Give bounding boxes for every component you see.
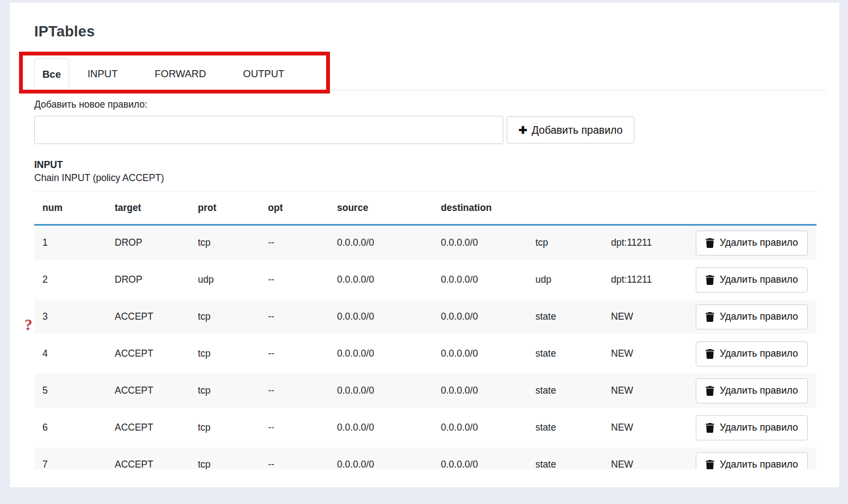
table-row: 1 DROP tcp -- 0.0.0.0/0 0.0.0.0/0 tcp dp… xyxy=(34,226,816,260)
table-row: 2 DROP udp -- 0.0.0.0/0 0.0.0.0/0 udp dp… xyxy=(34,263,816,297)
tab-forward[interactable]: FORWARD xyxy=(139,58,221,90)
cell-destination: 0.0.0.0/0 xyxy=(441,237,535,248)
cell-target: ACCEPT xyxy=(115,348,198,359)
cell-extra1: state xyxy=(535,348,611,359)
trash-icon xyxy=(706,238,714,248)
tab-bar: Все INPUT FORWARD OUTPUT xyxy=(34,58,826,90)
cell-num: 4 xyxy=(42,348,115,359)
cell-target: ACCEPT xyxy=(115,422,198,433)
table-header-row: num target prot opt source destination xyxy=(34,191,816,226)
trash-icon xyxy=(706,312,714,322)
delete-rule-button[interactable]: Удалить правило xyxy=(696,452,808,470)
trash-icon xyxy=(706,423,714,433)
page-title: IPTables xyxy=(34,3,826,40)
tab-forward-label: FORWARD xyxy=(154,68,206,80)
cell-actions: Удалить правило xyxy=(696,231,816,256)
delete-rule-button[interactable]: Удалить правило xyxy=(696,341,808,366)
header-target: target xyxy=(115,202,198,214)
chain-section-title: INPUT xyxy=(34,160,826,170)
delete-rule-button[interactable]: Удалить правило xyxy=(696,304,808,329)
tab-all[interactable]: Все xyxy=(34,58,69,90)
table-row: 5 ACCEPT tcp -- 0.0.0.0/0 0.0.0.0/0 stat… xyxy=(34,374,816,408)
table-row: 7 ACCEPT tcp -- 0.0.0.0/0 0.0.0.0/0 stat… xyxy=(34,447,816,469)
cell-destination: 0.0.0.0/0 xyxy=(441,274,535,285)
trash-icon xyxy=(706,349,714,359)
header-source: source xyxy=(337,202,441,214)
cell-extra2: dpt:11211 xyxy=(611,237,696,248)
cell-opt: -- xyxy=(268,274,337,285)
cell-prot: tcp xyxy=(198,459,268,469)
delete-rule-label: Удалить правило xyxy=(720,274,798,285)
cell-extra2: NEW xyxy=(611,422,696,433)
cell-opt: -- xyxy=(268,348,337,359)
add-rule-button-label: Добавить правило xyxy=(532,124,623,136)
rules-table: num target prot opt source destination 1… xyxy=(34,191,816,469)
cell-actions: Удалить правило xyxy=(696,341,816,366)
cell-extra2: NEW xyxy=(611,348,696,359)
cell-prot: tcp xyxy=(198,311,268,322)
cell-opt: -- xyxy=(268,385,337,396)
cell-num: 2 xyxy=(42,274,115,285)
cell-extra1: tcp xyxy=(535,237,611,248)
delete-rule-label: Удалить правило xyxy=(720,311,798,322)
add-rule-label: Добавить новое правило: xyxy=(34,99,826,110)
tab-output[interactable]: OUTPUT xyxy=(228,58,300,90)
header-prot: prot xyxy=(198,202,268,214)
cell-extra1: udp xyxy=(535,274,611,285)
cell-opt: -- xyxy=(268,459,337,469)
tab-output-label: OUTPUT xyxy=(243,68,284,80)
cell-source: 0.0.0.0/0 xyxy=(337,311,441,322)
cell-num: 5 xyxy=(42,385,115,396)
cell-extra2: NEW xyxy=(611,311,696,322)
cell-prot: udp xyxy=(198,274,268,285)
delete-rule-label: Удалить правило xyxy=(720,459,798,469)
delete-rule-label: Удалить правило xyxy=(720,422,798,433)
cell-source: 0.0.0.0/0 xyxy=(337,348,441,359)
delete-rule-button[interactable]: Удалить правило xyxy=(696,415,808,440)
header-num: num xyxy=(42,202,115,214)
table-body: 1 DROP tcp -- 0.0.0.0/0 0.0.0.0/0 tcp dp… xyxy=(34,226,816,469)
cell-extra1: state xyxy=(535,311,611,322)
cell-num: 3 xyxy=(42,311,115,322)
cell-extra2: dpt:11211 xyxy=(611,274,696,285)
new-rule-input[interactable] xyxy=(34,116,503,144)
cell-actions: Удалить правило xyxy=(696,452,816,470)
cell-source: 0.0.0.0/0 xyxy=(337,459,441,469)
page: IPTables Все INPUT FORWARD OUTPUT Добави… xyxy=(0,0,848,504)
tab-input[interactable]: INPUT xyxy=(72,58,133,90)
table-row: 6 ACCEPT tcp -- 0.0.0.0/0 0.0.0.0/0 stat… xyxy=(34,410,816,445)
add-rule-form: ✚ Добавить правило xyxy=(34,116,826,144)
tab-all-label: Все xyxy=(42,69,61,80)
cell-opt: -- xyxy=(268,311,337,322)
cell-source: 0.0.0.0/0 xyxy=(337,237,441,248)
cell-destination: 0.0.0.0/0 xyxy=(441,459,535,469)
cell-num: 6 xyxy=(42,422,115,433)
cell-opt: -- xyxy=(268,422,337,433)
cell-destination: 0.0.0.0/0 xyxy=(441,385,535,396)
trash-icon xyxy=(706,386,714,396)
cell-destination: 0.0.0.0/0 xyxy=(441,422,535,433)
header-opt: opt xyxy=(268,202,337,214)
header-destination: destination xyxy=(441,202,535,214)
delete-rule-label: Удалить правило xyxy=(720,385,798,396)
cell-actions: Удалить правило xyxy=(696,304,816,329)
plus-icon: ✚ xyxy=(519,125,527,135)
table-row: 4 ACCEPT tcp -- 0.0.0.0/0 0.0.0.0/0 stat… xyxy=(34,337,816,371)
cell-target: ACCEPT xyxy=(115,311,198,322)
cell-actions: Удалить правило xyxy=(696,267,816,293)
cell-source: 0.0.0.0/0 xyxy=(337,422,441,433)
cell-target: ACCEPT xyxy=(115,459,198,469)
trash-icon xyxy=(706,460,714,470)
cell-destination: 0.0.0.0/0 xyxy=(441,348,535,359)
cell-actions: Удалить правило xyxy=(696,378,816,403)
delete-rule-button[interactable]: Удалить правило xyxy=(696,231,808,256)
cell-prot: tcp xyxy=(198,385,268,396)
cell-extra1: state xyxy=(535,459,611,469)
add-rule-button[interactable]: ✚ Добавить правило xyxy=(507,116,634,144)
delete-rule-button[interactable]: Удалить правило xyxy=(696,378,808,403)
delete-rule-button[interactable]: Удалить правило xyxy=(696,267,808,293)
table-row: 3 ACCEPT tcp -- 0.0.0.0/0 0.0.0.0/0 stat… xyxy=(34,300,816,334)
cell-prot: tcp xyxy=(198,237,268,248)
cell-source: 0.0.0.0/0 xyxy=(337,274,441,285)
cell-actions: Удалить правило xyxy=(696,415,816,440)
